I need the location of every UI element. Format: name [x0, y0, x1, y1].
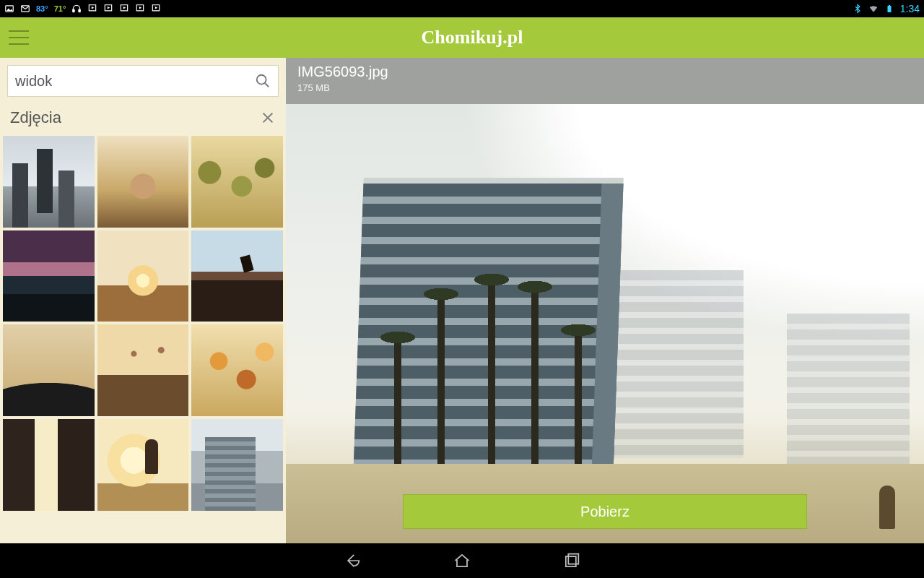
thumbnail[interactable] — [191, 324, 283, 416]
clock: 1:34 — [900, 3, 920, 14]
thumbnail[interactable] — [3, 324, 95, 416]
headphones-icon — [71, 4, 82, 14]
thumbnail[interactable] — [3, 230, 95, 322]
play-store-icon — [103, 4, 113, 14]
category-title: Zdjęcia — [10, 108, 61, 127]
svg-rect-7 — [566, 556, 576, 566]
temp-1: 83° — [36, 4, 48, 13]
category-header: Zdjęcia — [0, 101, 286, 136]
thumbnail[interactable] — [97, 230, 189, 322]
play-store-icon — [151, 4, 161, 14]
file-name: IMG56093.jpg — [297, 64, 912, 80]
menu-button[interactable] — [9, 30, 29, 45]
battery-icon — [884, 4, 894, 14]
svg-rect-8 — [568, 554, 578, 564]
bluetooth-icon — [853, 4, 863, 14]
svg-point-6 — [257, 75, 266, 85]
mail-icon — [20, 4, 30, 14]
svg-rect-3 — [79, 9, 80, 12]
play-store-icon — [135, 4, 145, 14]
svg-rect-2 — [73, 9, 74, 12]
android-statusbar: 83° 71° 1:34 — [0, 0, 924, 17]
home-button[interactable] — [450, 549, 474, 572]
picture-icon — [4, 4, 14, 14]
thumbnail[interactable] — [191, 230, 283, 322]
photo-preview[interactable] — [286, 104, 924, 543]
search-icon[interactable] — [255, 73, 271, 89]
download-button[interactable]: Pobierz — [403, 494, 807, 529]
thumbnail[interactable] — [191, 419, 283, 511]
search-box[interactable] — [7, 65, 279, 97]
file-size: 175 MB — [297, 82, 912, 93]
download-label: Pobierz — [580, 504, 629, 520]
svg-rect-5 — [889, 5, 890, 6]
search-input[interactable] — [15, 73, 255, 90]
play-store-icon — [119, 4, 129, 14]
close-icon[interactable] — [260, 110, 276, 126]
thumbnail[interactable] — [3, 136, 95, 228]
recents-button[interactable] — [560, 549, 583, 572]
app-title: Chomikuj.pl — [422, 27, 523, 48]
thumbnail-grid — [0, 136, 286, 511]
sidebar: Zdjęcia — [0, 58, 286, 543]
android-navbar — [0, 543, 924, 578]
play-store-icon — [87, 4, 97, 14]
svg-rect-4 — [887, 6, 891, 12]
thumbnail[interactable] — [97, 324, 189, 416]
temp-2: 71° — [54, 4, 66, 13]
appbar: Chomikuj.pl — [0, 17, 924, 58]
thumbnail[interactable] — [191, 136, 283, 228]
wifi-icon — [868, 4, 879, 14]
thumbnail[interactable] — [97, 136, 189, 228]
thumbnail[interactable] — [3, 419, 95, 511]
thumbnail[interactable] — [97, 419, 189, 511]
back-button[interactable] — [341, 549, 364, 572]
preview-pane: IMG56093.jpg 175 MB Pobierz — [286, 58, 924, 543]
file-info-bar: IMG56093.jpg 175 MB — [286, 58, 924, 104]
